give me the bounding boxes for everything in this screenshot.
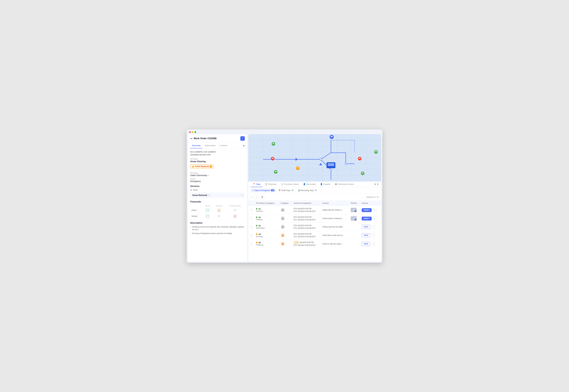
back-icon[interactable]: ⬅ [190,137,192,140]
snow-removal-label: Snow Removal [192,194,207,196]
nav-tab-purchase-orders[interactable]: 🛒 Purchase Orders [279,182,301,187]
desc-text-2: De-icing of designated areas to prevent … [192,232,232,235]
trip-checkbox-5[interactable] [250,243,252,245]
tab-attachments[interactable]: Attachments [203,143,217,148]
trips-table-scroll[interactable]: Trip Status | Category Assignee Arrival … [248,201,381,262]
diamond-icon-1: ◇ [253,189,254,191]
fin-row-client: Client 📄 🛒 [190,207,245,213]
nav-tab-trips[interactable]: 📍 Trips [251,182,263,187]
photo-count-1: 2 [355,210,356,212]
sub-tab-recurring-trips[interactable]: 🔄 Recurring Trips 3 [296,188,319,192]
nav-tab-payable-label: Payable [323,183,330,185]
trip-num-2: #2 [258,216,261,218]
svg-point-50 [282,234,283,235]
toolbar-download-button[interactable]: ⬇ [260,195,264,199]
tab-overview[interactable]: Overview [190,143,202,148]
more-button-4[interactable]: ⋮ [371,233,375,237]
more-button-2[interactable]: ⋮ [373,216,377,221]
work-order-menu-button[interactable]: ⋮ [240,136,245,141]
trip-status-4: #4 De-icing [254,231,279,239]
service-1: Talked with the Janitor a... [321,206,349,214]
status-dot-2 [256,217,257,218]
client-proposal-icon[interactable]: 🛒 [217,208,221,212]
nav-tab-payable[interactable]: 👤 Payable [318,182,332,187]
th-photos: Photos [349,201,360,206]
service-4: Used salt to make sure al... [321,231,349,239]
fin-vendor-po[interactable]: 🛒 [225,213,245,219]
site-name-row: Galvin Elementary ℹ [190,174,245,177]
verify-button-2[interactable]: VERIFY [362,217,372,221]
client-po-dot [234,210,236,211]
client-invoice-icon[interactable]: 📄 [205,208,210,212]
close-button[interactable] [189,131,191,133]
actions-5: VIEW ⋮ [360,239,381,248]
select-all-checkbox[interactable] [251,196,253,198]
tab-contacts[interactable]: Contacts [218,143,229,148]
eta-line-5: ⬜ IN 19/10/23 9:00 PM [294,241,319,244]
eta-2: ETA 19/10/23 9:00 PM ETC 20/10/23 4:00 A… [292,214,321,223]
view-button-4[interactable]: VIEW [362,233,370,238]
trip-num-1: #1 [258,208,261,210]
vendor-po-icon[interactable]: 🛒 [233,214,237,218]
assignee-5 [279,239,292,248]
sub-tab-draft-trips[interactable]: 📅 Draft Trips 4 [277,188,296,192]
scheduled-service-info: Scheduled Service# 1234 [190,154,245,156]
minimize-button[interactable] [192,131,194,133]
fin-client-proposal[interactable]: 🛒 [213,207,225,213]
action-required-label: Action Required [195,165,209,168]
in-badge-5: ⬜ IN [294,241,299,244]
sub-tab-trips-in-progress[interactable]: ◇ Trips In Progress 10 [251,188,276,192]
service-text-1: Talked with the Janitor a... [322,209,343,211]
status-dot-5 [256,242,257,243]
fin-vendor-invoice[interactable]: 📄 [202,213,213,219]
bottom-section: 📍 Trips 📋 Proposals 🛒 Purchase Orders 👤 … [248,182,381,262]
maximize-button[interactable] [194,131,196,133]
toolbar-more-button[interactable]: ⋮ [254,195,259,199]
eta-time-5: 19/10/23 9:00 PM [300,241,314,243]
snow-removal-row[interactable]: Snow Removal 5 ▾ [190,192,245,198]
table-row: #3 Salt pickup ETA 19/10/23 9:00 PM [248,223,381,231]
eta-line-3: ETA 19/10/23 9:00 PM [294,224,319,227]
table-body: #1 Check-in ETA 19/10/23 9:00 PM [248,206,381,248]
upload-icon[interactable]: ⬆ [377,183,379,186]
etc-line-4: ETC 20/10/23 4:00 AM EST [294,235,319,238]
trip-num-4: #4 [258,233,261,235]
trip-type-1: Check-in [256,210,263,212]
recurring-trips-count: 3 [314,189,317,191]
trip-checkbox-4[interactable] [250,234,252,236]
fin-client-invoice[interactable]: 📄 [202,207,213,213]
main-content: ⬅ Work Order #123456 ⋮ Overview Attachme… [187,133,382,263]
photo-thumb-2[interactable]: 🖼 2 [351,216,357,221]
recurring-trips-label: Recurring Trips [301,189,314,192]
more-button-1[interactable]: ⋮ [373,208,377,212]
site-name-value: Galvin Elementary [190,174,207,177]
fin-client-label: Client [190,207,202,213]
service-2: Used a plow to cleanup t... [321,214,349,223]
nav-tab-proposals[interactable]: 📋 Proposals [263,182,279,187]
trip-checkbox-1[interactable] [250,209,252,211]
etc-line-2: ETC 20/10/23 4:00 AM EST [294,218,319,221]
site-info-icon[interactable]: ℹ [208,174,209,176]
trip-checkbox-3[interactable] [250,226,252,228]
financials-title: Financials [190,200,245,203]
view-button-3[interactable]: VIEW [362,225,370,229]
svg-point-46 [345,163,347,165]
vendor-invoice-icon[interactable]: 📄 [205,214,210,218]
nav-tab-scheduled-service[interactable]: ⚙️ Scheduled Service [333,182,356,187]
draft-trips-label: Draft Trips [281,189,290,192]
service-snow-item: ❄ Snow [190,189,245,191]
more-button-3[interactable]: ⋮ [371,225,375,229]
action-required-badge[interactable]: ⚠️ Action Required 1 [190,164,214,168]
assignee-avatar-2 [281,216,285,221]
download-icon[interactable]: ⬇ [374,183,376,186]
tab-more-icon[interactable]: ▶ [243,144,245,147]
view-button-5[interactable]: VIEW [362,242,370,246]
trip-checkbox-2[interactable] [250,217,252,220]
more-button-5[interactable]: ⋮ [371,242,375,246]
photo-thumb-1[interactable]: 🖼 2 [351,208,357,212]
status-dot-1 [256,208,257,210]
site-name-label: Site Name [190,172,245,174]
nav-tab-receivable[interactable]: 👤 Receivable [301,182,318,187]
wo-title: Work Order #123456 [194,137,216,140]
verify-button-1[interactable]: VERIFY [362,208,372,212]
